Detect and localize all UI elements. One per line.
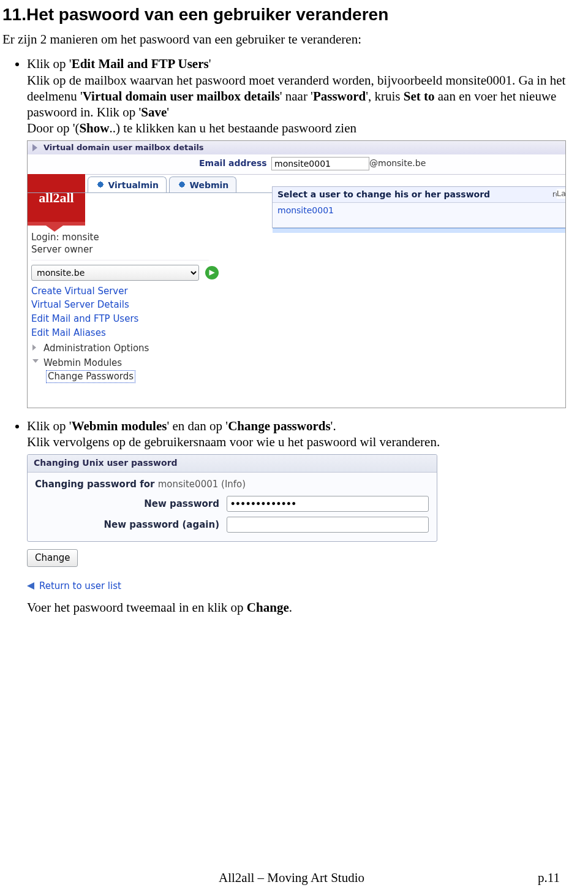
panel-bottom-bar (273, 228, 565, 233)
b2-bold-change: Change (247, 600, 289, 615)
domain-select[interactable]: monsite.be (31, 265, 199, 281)
menu-admin-label: Administration Options (43, 343, 149, 354)
footer-center: All2all – Moving Art Studio (219, 870, 364, 885)
menu-edit-mail-ftp-users[interactable]: Edit Mail and FTP Users (31, 312, 215, 326)
b1-bold-show: Show (79, 121, 109, 135)
menu-virtual-server-details[interactable]: Virtual Server Details (31, 298, 215, 312)
b1-bold-setto: Set to (404, 89, 435, 104)
gear-icon (177, 180, 187, 189)
bullet-2: Klik op 'Webmin modules' en dan op 'Chan… (27, 418, 581, 616)
b2-bold-changepw: Change passwords (228, 419, 330, 433)
new-password-again-label: New password (again) (33, 514, 224, 535)
b2-t2: Klik vervolgens op de gebruikersnaam voo… (27, 435, 440, 449)
panel-title: Virtual domain user mailbox details (43, 143, 204, 152)
chevron-down-icon (32, 359, 39, 363)
new-password-label: New password (33, 493, 224, 514)
login-label: Login: (31, 232, 59, 243)
separator (31, 260, 209, 260)
b1-bold-editmail: Edit Mail and FTP Users (72, 56, 209, 71)
b2-t3c: . (289, 600, 292, 615)
change-button[interactable]: Change (27, 549, 78, 567)
menu-webmin-modules[interactable]: Webmin Modules (31, 355, 215, 370)
gear-icon (96, 180, 105, 189)
user-row-monsite0001[interactable]: monsite0001 (273, 203, 565, 219)
reload-icon[interactable]: ▶ (205, 266, 219, 279)
b2-t1c: ' en dan op ' (167, 419, 228, 433)
collapse-icon[interactable] (32, 144, 37, 151)
changepw-sub-label: Changing password for (35, 479, 158, 490)
bullet-1: Klik op 'Edit Mail and FTP Users' Klik o… (27, 56, 581, 408)
tab-webmin[interactable]: Webmin (169, 177, 236, 194)
b2-t1a: Klik op ' (27, 419, 72, 433)
section-heading: 11.Het paswoord van een gebruiker verand… (2, 4, 581, 25)
return-link-label: Return to user list (39, 580, 121, 592)
tab-virtualmin-label: Virtualmin (108, 180, 159, 190)
role-text: Server owner (31, 244, 92, 256)
tab-webmin-label: Webmin (189, 180, 228, 190)
b2-bold-webmin: Webmin modules (72, 419, 167, 433)
screenshot-virtualmin: Virtual domain user mailbox details Emai… (27, 140, 566, 408)
b1-t2i: ' (167, 105, 169, 120)
login-value: monsite (62, 232, 99, 243)
user-select-panel: Select a user to change his or her passw… (272, 186, 565, 228)
tab-virtualmin[interactable]: Virtualmin (88, 177, 167, 194)
b1-t2e: ', kruis (366, 89, 404, 104)
menu-change-passwords[interactable]: Change Passwords (46, 370, 135, 383)
new-password-input[interactable] (227, 496, 429, 512)
col-la: La (557, 189, 566, 199)
footer-page: p.11 (538, 870, 560, 886)
b1-t3c: ..) te klikken kan u het bestaande paswo… (109, 121, 356, 135)
b1-t2c: ' naar ' (280, 89, 313, 104)
email-address-label: Email address (199, 158, 267, 169)
email-domain-text: @monsite.be (369, 158, 426, 169)
b1-t3a: Door op '( (27, 121, 79, 135)
panel-header[interactable]: Virtual domain user mailbox details (28, 141, 565, 155)
b1-bold-vdmd: Virtual domain user mailbox details (83, 89, 280, 104)
b1-bold-password: Password (313, 89, 366, 104)
back-arrow-icon (27, 582, 34, 590)
screenshot-change-password: Changing Unix user password Changing pas… (27, 454, 437, 592)
chevron-right-icon (32, 344, 36, 351)
user-select-header: Select a user to change his or her passw… (277, 189, 490, 199)
changepw-username: monsite0001 (Info) (158, 479, 246, 490)
menu-edit-mail-aliases[interactable]: Edit Mail Aliases (31, 326, 215, 340)
menu-admin-options[interactable]: Administration Options (31, 340, 215, 355)
b1-bold-save: Save (141, 105, 167, 120)
b1-t1: Klik op ' (27, 56, 72, 71)
email-address-input[interactable] (271, 157, 369, 170)
changepw-box-title: Changing Unix user password (28, 455, 437, 473)
menu-webmin-label: Webmin Modules (43, 357, 122, 368)
b2-t3a: Voer het paswoord tweemaal in en klik op (27, 600, 247, 615)
b2-t1e: '. (331, 419, 336, 433)
intro-text: Er zijn 2 manieren om het paswoord van e… (2, 31, 581, 47)
new-password-again-input[interactable] (227, 517, 429, 533)
menu-create-virtual-server[interactable]: Create Virtual Server (31, 284, 215, 298)
b1-t1c: ' (209, 56, 211, 71)
return-link[interactable]: Return to user list (27, 580, 437, 592)
